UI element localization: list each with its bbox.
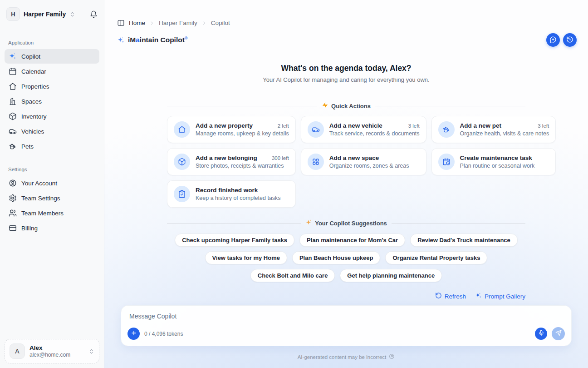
breadcrumb: Home Harper Family Copilot	[117, 19, 588, 27]
sidebar-nav: Application Copilot Calendar Properties …	[5, 35, 99, 236]
grid-icon	[308, 154, 324, 170]
mic-button[interactable]	[535, 328, 547, 340]
sidebar-toggle-icon[interactable]	[117, 19, 125, 27]
mic-icon	[538, 330, 544, 338]
token-count: 0 / 4,096 tokens	[144, 331, 183, 337]
card-create-maintenance-task[interactable]: Create maintenance task Plan routine or …	[431, 148, 556, 175]
card-subtitle: Store photos, receipts & warranties	[196, 163, 289, 169]
car-icon	[9, 127, 17, 135]
refresh-button[interactable]: Refresh	[435, 292, 466, 300]
sidebar-item-your-account[interactable]: Your Account	[5, 176, 99, 190]
sidebar-item-vehicles[interactable]: Vehicles	[5, 124, 99, 139]
card-subtitle: Manage rooms, upkeep & key details	[196, 130, 289, 137]
calendar-clock-icon	[438, 154, 455, 170]
sidebar-item-billing[interactable]: Billing	[5, 221, 99, 235]
suggestion-pill[interactable]: Organize Rental Property tasks	[385, 251, 487, 264]
chevron-right-icon	[201, 20, 207, 26]
suggestion-pills: Check upcoming Harper Family tasks Plan …	[167, 234, 525, 282]
card-add-belonging[interactable]: Add a new belonging300 left Store photos…	[167, 148, 296, 175]
quick-actions-title: Quick Actions	[331, 103, 371, 109]
plus-icon	[131, 330, 137, 338]
history-button[interactable]	[563, 33, 577, 47]
section-label-settings: Settings	[8, 167, 96, 172]
sidebar-item-label: Calendar	[21, 68, 46, 75]
sidebar-item-spaces[interactable]: Spaces	[5, 94, 99, 109]
bell-icon[interactable]	[90, 10, 98, 18]
sidebar-item-label: Pets	[21, 143, 34, 150]
card-subtitle: Organize health, visits & care notes	[460, 130, 549, 137]
user-menu[interactable]: A Alex alex@home.com	[5, 339, 99, 363]
clipboard-check-icon	[174, 186, 190, 202]
card-title: Create maintenance task	[460, 154, 532, 161]
card-subtitle: Keep a history of completed tasks	[196, 195, 289, 201]
new-chat-button[interactable]	[546, 33, 560, 47]
suggestion-pill[interactable]: Review Dad's Truck maintenance	[410, 234, 518, 247]
lightning-icon	[322, 102, 328, 110]
sidebar-item-calendar[interactable]: Calendar	[5, 64, 99, 79]
user-email: alex@home.com	[29, 352, 70, 358]
attach-button[interactable]	[127, 328, 140, 340]
quick-actions-divider: Quick Actions	[167, 102, 525, 110]
sidebar-item-label: Team Settings	[21, 195, 60, 202]
workspace-switcher[interactable]: H Harper Family	[5, 6, 99, 22]
card-subtitle: Plan routine or seasonal work	[460, 163, 549, 169]
greeting-title: What's on the agenda today, Alex?	[104, 64, 588, 73]
page-title: iMaintain Copilot®	[117, 36, 188, 44]
home-icon	[9, 82, 17, 90]
title-part: iM	[128, 36, 136, 44]
quick-action-cards: Add a new property2 left Manage rooms, u…	[167, 116, 525, 208]
sidebar-item-copilot[interactable]: Copilot	[5, 49, 99, 64]
sidebar-item-properties[interactable]: Properties	[5, 79, 99, 94]
sidebar: H Harper Family Application Copilot Cale…	[0, 0, 104, 368]
card-title: Record finished work	[196, 187, 258, 194]
card-add-vehicle[interactable]: Add a new vehicle3 left Track service, r…	[301, 116, 426, 143]
sidebar-item-team-members[interactable]: Team Members	[5, 206, 99, 220]
breadcrumb-workspace[interactable]: Harper Family	[159, 20, 197, 26]
suggestion-pill[interactable]: Get help planning maintenance	[340, 269, 442, 282]
quota-badge: 3 left	[405, 123, 420, 129]
sidebar-item-pets[interactable]: Pets	[5, 139, 99, 154]
suggestion-pill[interactable]: View tasks for my Home	[205, 251, 287, 264]
chevrons-up-down-icon	[69, 11, 75, 17]
card-subtitle: Track service, records & documents	[329, 130, 420, 137]
suggestions-title: Your Copilot Suggestions	[315, 220, 387, 227]
sparkle-icon	[305, 219, 312, 227]
send-button[interactable]	[552, 327, 565, 340]
suggestion-pill[interactable]: Plan maintenance for Mom's Car	[299, 234, 405, 247]
card-add-property[interactable]: Add a new property2 left Manage rooms, u…	[167, 116, 296, 143]
send-icon	[555, 330, 562, 338]
sidebar-item-label: Your Account	[21, 180, 57, 187]
sparkles-icon	[475, 292, 482, 300]
users-icon	[9, 209, 17, 217]
history-icon	[566, 36, 573, 45]
package-icon	[174, 154, 190, 170]
chevron-right-icon	[149, 20, 155, 26]
sidebar-item-label: Vehicles	[21, 128, 44, 135]
card-add-pet[interactable]: Add a new pet3 left Organize health, vis…	[431, 116, 556, 143]
breadcrumb-home[interactable]: Home	[129, 20, 145, 26]
user-circle-icon	[9, 179, 17, 187]
quota-badge: 3 left	[534, 123, 549, 129]
workspace-name: Harper Family	[24, 10, 66, 18]
paw-icon	[9, 142, 17, 150]
suggestion-pill[interactable]: Check Bolt and Milo care	[250, 269, 335, 282]
arrow-up-right-circle-icon[interactable]	[389, 353, 395, 360]
prompt-gallery-label: Prompt Gallery	[485, 293, 525, 300]
card-record-finished-work[interactable]: Record finished work Keep a history of c…	[167, 180, 296, 208]
title-accent: a	[136, 36, 140, 44]
suggestion-pill[interactable]: Plan Beach House upkeep	[292, 251, 381, 264]
paw-icon	[438, 121, 455, 138]
refresh-icon	[435, 292, 442, 300]
card-add-space[interactable]: Add a new space Organize rooms, zones & …	[301, 148, 426, 175]
sidebar-item-inventory[interactable]: Inventory	[5, 109, 99, 124]
sidebar-item-team-settings[interactable]: Team Settings	[5, 191, 99, 205]
sidebar-item-label: Copilot	[21, 53, 40, 60]
sparkles-icon	[117, 36, 125, 44]
prompt-gallery-button[interactable]: Prompt Gallery	[475, 292, 525, 300]
building-icon	[9, 97, 17, 105]
message-input[interactable]	[121, 306, 571, 327]
package-icon	[9, 112, 17, 120]
user-avatar: A	[10, 343, 25, 359]
suggestion-pill[interactable]: Check upcoming Harper Family tasks	[175, 234, 294, 247]
card-title: Add a new space	[329, 154, 379, 161]
